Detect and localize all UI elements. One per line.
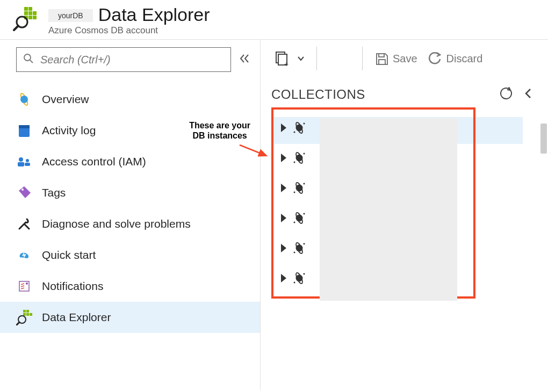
svg-rect-2 <box>24 11 28 15</box>
svg-rect-7 <box>33 16 37 19</box>
save-icon <box>374 52 388 66</box>
svg-point-22 <box>26 282 28 285</box>
svg-point-38 <box>304 123 305 125</box>
refresh-button[interactable] <box>500 87 513 102</box>
svg-point-55 <box>294 252 295 253</box>
nav-item-notifications[interactable]: Notifications <box>0 271 260 302</box>
nav-item-diagnose[interactable]: Diagnose and solve problems <box>0 208 260 239</box>
expand-icon[interactable] <box>281 274 286 282</box>
svg-point-49 <box>296 215 303 222</box>
svg-line-29 <box>17 322 19 325</box>
collection-item[interactable] <box>273 113 473 143</box>
expand-icon[interactable] <box>281 124 286 132</box>
nav-item-label: Overview <box>42 93 89 106</box>
tag-icon <box>16 185 32 201</box>
notifications-icon <box>16 278 32 294</box>
svg-point-18 <box>26 159 29 162</box>
svg-point-54 <box>304 243 305 245</box>
nav-item-label: Notifications <box>42 280 103 293</box>
svg-line-11 <box>30 60 33 63</box>
nav-item-label: Access control (IAM) <box>42 155 146 168</box>
svg-point-39 <box>294 132 295 133</box>
planet-icon <box>16 91 32 107</box>
collections-list <box>271 107 475 299</box>
nav-item-label: Data Explorer <box>42 311 111 324</box>
svg-rect-25 <box>23 313 26 316</box>
chevron-down-icon <box>297 55 305 62</box>
svg-rect-15 <box>19 125 30 128</box>
collapse-collections-button[interactable] <box>523 87 533 102</box>
svg-rect-26 <box>26 313 29 316</box>
page-title: Data Explorer <box>98 4 210 25</box>
search-icon <box>23 53 34 66</box>
scrollbar-handle[interactable] <box>540 124 547 154</box>
nav-item-access-control[interactable]: Access control (IAM) <box>0 146 260 177</box>
collection-item[interactable] <box>273 233 473 263</box>
svg-rect-3 <box>28 11 32 15</box>
annotation-arrow-icon <box>239 143 271 159</box>
database-icon <box>292 271 307 286</box>
database-icon <box>292 241 307 256</box>
expand-icon[interactable] <box>281 184 286 192</box>
collection-item[interactable] <box>273 263 473 293</box>
nav-item-tags[interactable]: Tags <box>0 177 260 208</box>
toolbar: + Save Discard <box>261 40 548 77</box>
toolbar-label: Save <box>393 53 417 65</box>
log-icon <box>16 122 32 139</box>
svg-point-42 <box>304 153 305 155</box>
main-panel: + Save Discard COLLECTIONS <box>261 40 548 390</box>
sidebar: Overview Activity log Access control (IA… <box>0 40 261 390</box>
svg-point-46 <box>304 183 305 185</box>
svg-text:+: + <box>284 60 289 67</box>
database-icon <box>292 120 307 135</box>
svg-rect-6 <box>28 16 32 19</box>
svg-rect-27 <box>30 313 32 316</box>
svg-rect-17 <box>18 162 24 166</box>
svg-point-57 <box>296 275 303 282</box>
nav-item-overview[interactable]: Overview <box>0 84 260 115</box>
svg-point-37 <box>296 125 303 132</box>
collections-panel: COLLECTIONS <box>261 82 548 299</box>
nav-item-label: Tags <box>42 186 66 199</box>
svg-point-13 <box>20 96 28 103</box>
discard-button[interactable]: Discard <box>428 52 483 66</box>
database-icon <box>292 150 307 165</box>
svg-point-10 <box>24 54 31 61</box>
search-input[interactable] <box>40 54 224 66</box>
expand-icon[interactable] <box>281 244 286 252</box>
svg-point-51 <box>294 222 295 223</box>
nav-item-quick-start[interactable]: Quick start <box>0 239 260 271</box>
svg-point-50 <box>304 213 305 215</box>
db-name-chip: yourDB <box>48 9 93 22</box>
new-collection-button[interactable]: + <box>273 50 305 67</box>
nav-item-data-explorer[interactable]: Data Explorer <box>0 302 260 333</box>
svg-point-45 <box>296 185 303 192</box>
svg-point-59 <box>294 282 295 284</box>
collections-title: COLLECTIONS <box>271 87 365 102</box>
page-header: yourDB Data Explorer Azure Cosmos DB acc… <box>0 0 548 40</box>
svg-point-41 <box>296 155 303 162</box>
collection-item[interactable] <box>273 173 473 203</box>
expand-icon[interactable] <box>281 214 286 222</box>
nav-item-label: Activity log <box>42 124 96 137</box>
collection-item[interactable] <box>273 203 473 233</box>
annotation-text: These are your DB instances <box>189 120 250 141</box>
search-box[interactable] <box>16 47 231 72</box>
svg-point-47 <box>294 192 295 193</box>
database-icon <box>292 180 307 195</box>
nav-item-label: Quick start <box>42 249 96 262</box>
collapse-sidebar-button[interactable] <box>239 53 250 67</box>
svg-point-43 <box>294 162 295 163</box>
nav-item-label: Diagnose and solve problems <box>42 217 191 230</box>
expand-icon[interactable] <box>281 154 286 162</box>
svg-rect-35 <box>379 60 385 64</box>
svg-line-30 <box>240 145 266 156</box>
svg-point-20 <box>21 188 24 191</box>
svg-rect-24 <box>26 310 29 313</box>
database-icon <box>292 210 307 226</box>
bolt-icon <box>16 247 32 263</box>
page-subtitle: Azure Cosmos DB account <box>48 25 210 36</box>
collection-item[interactable] <box>273 143 473 173</box>
save-button[interactable]: Save <box>374 52 417 66</box>
tools-icon <box>16 216 32 232</box>
